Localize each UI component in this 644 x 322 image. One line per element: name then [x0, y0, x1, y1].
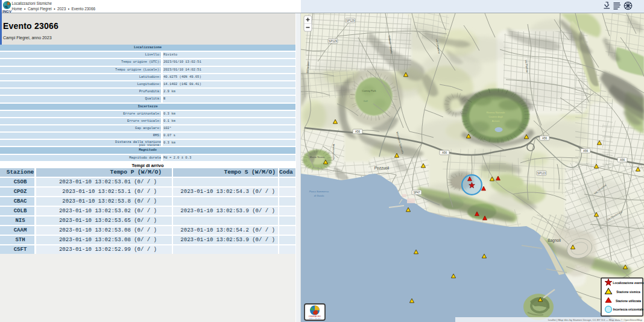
svg-text:SP129: SP129 — [346, 19, 355, 22]
svg-text:VESUVIANO INGV: VESUVIANO INGV — [309, 318, 321, 320]
svg-text:Golf: Golf — [364, 100, 368, 103]
svg-text:Localizzazione evento: Localizzazione evento — [613, 282, 643, 285]
svg-text:INGV: INGV — [2, 8, 11, 13]
svg-text:Monteruscello: Monteruscello — [332, 144, 335, 160]
svg-text:A56: A56 — [583, 150, 589, 153]
svg-text:A56: A56 — [620, 159, 625, 162]
svg-text:Leaflet | Map tiles by Stamen: Leaflet | Map tiles by Stamen Design, CC… — [548, 318, 643, 321]
svg-text:SP129: SP129 — [329, 40, 337, 43]
svg-text:Stazione sismica: Stazione sismica — [616, 291, 640, 294]
svg-text:Astroni: Astroni — [492, 119, 500, 122]
svg-text:Carney Park: Carney Park — [362, 89, 376, 92]
svg-text:Incertezza orizzontale: Incertezza orizzontale — [613, 308, 644, 311]
svg-text:Stazione utilizzata: Stazione utilizzata — [616, 300, 641, 303]
svg-text:SP47: SP47 — [413, 191, 420, 194]
svg-text:A56: A56 — [442, 151, 447, 154]
svg-text:A56: A56 — [542, 137, 548, 140]
svg-text:Parco Sommerso: Parco Sommerso — [309, 190, 329, 193]
svg-text:Riserva Naturale: Riserva Naturale — [487, 111, 505, 114]
svg-text:SP123: SP123 — [537, 172, 546, 175]
svg-text:A56: A56 — [355, 130, 361, 133]
svg-text:di Gaiola: di Gaiola — [314, 194, 324, 197]
svg-text:Bagnoli: Bagnoli — [548, 238, 561, 243]
svg-text:Cratere degli: Cratere degli — [488, 115, 503, 118]
svg-text:Pozzuoli: Pozzuoli — [374, 166, 390, 170]
svg-text:Monte Nuovo: Monte Nuovo — [310, 156, 326, 159]
